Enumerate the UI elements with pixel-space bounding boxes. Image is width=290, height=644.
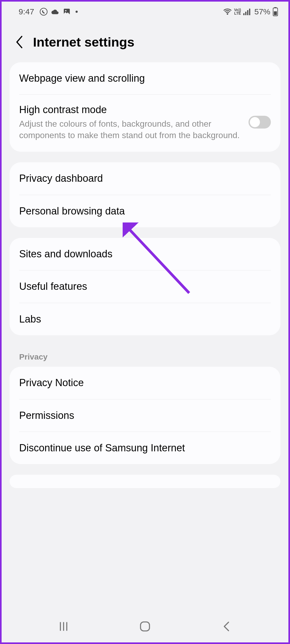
dot-icon [76, 11, 78, 13]
nav-back-icon [222, 621, 231, 632]
settings-group-display: Webpage view and scrolling High contrast… [10, 62, 280, 152]
row-personal-browsing-data[interactable]: Personal browsing data [10, 195, 280, 227]
row-title: Sites and downloads [19, 247, 266, 261]
row-title: Privacy Notice [19, 376, 266, 389]
status-bar: 9:47 Vo))LTE 57% [2, 2, 288, 22]
svg-rect-10 [274, 11, 277, 15]
chevron-left-icon [15, 36, 23, 48]
battery-percent: 57% [254, 7, 270, 16]
settings-group-features: Sites and downloads Useful features Labs [10, 238, 280, 335]
row-discontinue[interactable]: Discontinue use of Samsung Internet [10, 432, 280, 464]
page-header: Internet settings [2, 22, 288, 62]
volte-icon: Vo))LTE [234, 8, 241, 15]
row-title: Privacy dashboard [19, 172, 266, 185]
back-button[interactable] [13, 36, 26, 48]
nav-recents-button[interactable] [53, 616, 74, 637]
nav-home-button[interactable] [134, 616, 156, 637]
wifi-icon [223, 8, 232, 15]
row-webpage-view[interactable]: Webpage view and scrolling [10, 62, 280, 94]
nav-back-button[interactable] [216, 616, 237, 637]
section-label-privacy: Privacy [10, 346, 280, 367]
row-labs[interactable]: Labs [10, 303, 280, 335]
svg-rect-6 [247, 10, 248, 15]
svg-rect-7 [249, 9, 250, 15]
svg-point-0 [40, 8, 47, 15]
row-title: Permissions [19, 409, 266, 422]
svg-rect-15 [140, 622, 150, 631]
row-subtitle: Adjust the colours of fonts, backgrounds… [19, 118, 243, 141]
row-sites-downloads[interactable]: Sites and downloads [10, 238, 280, 270]
row-title: Personal browsing data [19, 205, 266, 218]
row-title: Labs [19, 313, 266, 326]
image-icon [63, 8, 71, 16]
settings-group-privacy: Privacy Notice Permissions Discontinue u… [10, 367, 280, 464]
svg-rect-4 [243, 13, 245, 15]
row-privacy-dashboard[interactable]: Privacy dashboard [10, 162, 280, 195]
high-contrast-toggle[interactable] [248, 116, 271, 129]
signal-icon [243, 8, 251, 15]
whatsapp-icon [39, 7, 48, 16]
settings-group-privacy-data: Privacy dashboard Personal browsing data [10, 162, 280, 227]
cloud-icon [51, 8, 60, 15]
row-permissions[interactable]: Permissions [10, 399, 280, 432]
row-title: Webpage view and scrolling [19, 72, 266, 85]
settings-group-next [10, 475, 280, 488]
svg-point-2 [65, 10, 67, 11]
home-icon [139, 621, 151, 632]
battery-icon [272, 7, 278, 16]
recents-icon [58, 621, 69, 632]
svg-point-3 [76, 11, 78, 13]
row-high-contrast[interactable]: High contrast mode Adjust the colours of… [10, 95, 280, 152]
nav-bar [2, 610, 288, 642]
row-title: Useful features [19, 280, 266, 293]
page-title: Internet settings [33, 35, 134, 49]
row-privacy-notice[interactable]: Privacy Notice [10, 367, 280, 399]
status-time: 9:47 [19, 7, 34, 16]
row-title: High contrast mode [19, 103, 243, 116]
svg-rect-5 [245, 12, 246, 15]
row-title: Discontinue use of Samsung Internet [19, 441, 266, 455]
row-useful-features[interactable]: Useful features [10, 270, 280, 303]
